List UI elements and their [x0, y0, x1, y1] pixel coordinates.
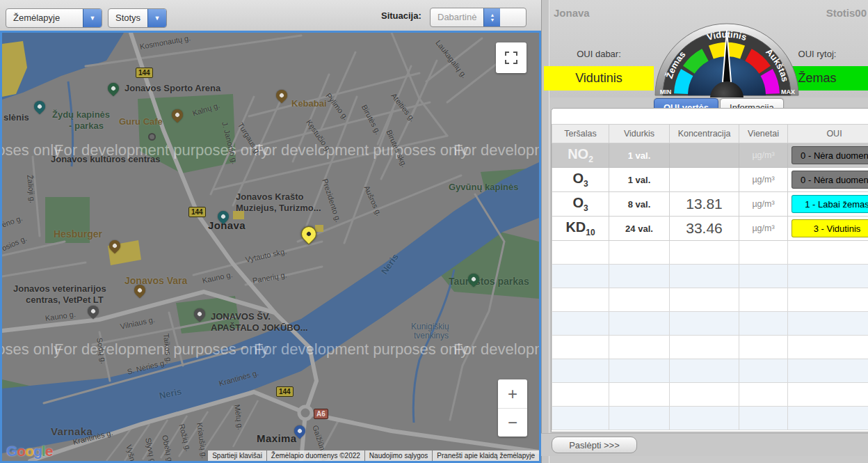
stations-select[interactable]: Stotys ▼: [108, 8, 167, 28]
map-zoom-control: + −: [498, 379, 527, 437]
zoom-out-button[interactable]: −: [498, 408, 527, 437]
oui-gauge: Žemas Vidutinis Aukštas MIN MAX: [654, 19, 800, 97]
empty-row: [552, 336, 868, 359]
poi-pin-restaurant[interactable]: [132, 283, 148, 299]
oui-now-value: Vidutinis: [544, 66, 654, 91]
cell-concentration: [670, 143, 739, 168]
table-header-row: Teršalas Vidurkis Koncentracija Vienetai…: [552, 125, 868, 143]
map-type-value: Žemėlapyje: [6, 9, 67, 27]
stations-value: Stotys: [108, 9, 147, 27]
map-attribution: Spartieji klavišai Žemėlapio duomenys ©2…: [208, 450, 539, 461]
gauge-svg: Žemas Vidutinis Aukštas MIN MAX: [654, 19, 800, 97]
oui-table: Teršalas Vidurkis Koncentracija Vienetai…: [552, 124, 868, 430]
oui-now-label: OUI dabar:: [547, 49, 651, 59]
spinner-icon[interactable]: ▲▼: [483, 8, 500, 26]
poi-pin-museum[interactable]: [216, 209, 232, 225]
chevron-down-icon[interactable]: ▼: [147, 9, 166, 27]
zoom-in-button[interactable]: +: [498, 379, 527, 408]
col-average: Vidurkis: [609, 125, 670, 143]
cell-oui: 1 - Labai žemas: [788, 192, 868, 217]
cell-units: µg/m³: [739, 217, 788, 241]
table-row: NO2 1 val. µg/m³ 0 - Nėra duomenų: [552, 143, 868, 168]
map-view[interactable]: For development purposes only For develo…: [0, 31, 541, 463]
cell-pollutant: O3: [552, 168, 609, 192]
cell-units: µg/m³: [739, 143, 788, 168]
empty-row: [552, 288, 868, 312]
cell-average: 24 val.: [609, 217, 670, 241]
cell-oui: 0 - Nėra duomenų: [788, 143, 868, 168]
col-units: Vienetai: [739, 125, 788, 143]
station-panel: Jonava Stotis00 OUI dabar: OUI rytoj: Vi…: [549, 0, 868, 463]
cell-oui: 3 - Vidutinis: [788, 217, 868, 241]
station-id: Stotis00: [826, 7, 867, 19]
cell-pollutant: O3: [552, 192, 609, 217]
google-logo[interactable]: Google: [6, 443, 52, 460]
situation-select[interactable]: Dabartinė ▲▼: [430, 8, 527, 27]
fullscreen-icon: [505, 52, 517, 64]
gauge-min-label: MIN: [660, 88, 672, 95]
map-pins: [2, 33, 539, 461]
table-row: KD10 24 val. 33.46 µg/m³ 3 - Vidutinis: [552, 217, 868, 241]
keyboard-shortcuts-link[interactable]: Spartieji klavišai: [208, 450, 266, 461]
col-pollutant: Teršalas: [552, 125, 609, 143]
empty-row: [552, 312, 868, 336]
cell-units: µg/m³: [739, 192, 788, 217]
map-column: Žemėlapyje ▼ Stotys ▼ Situacija: Dabarti…: [0, 0, 541, 463]
col-concentration: Koncentracija: [670, 125, 739, 143]
oui-badge: 0 - Nėra duomenų: [791, 171, 868, 189]
panel-footer: Paslėpti >>>: [541, 433, 868, 456]
poi-pin-park[interactable]: [106, 81, 122, 97]
cell-concentration: [670, 168, 739, 192]
situation-label: Situacija:: [381, 10, 421, 21]
cell-average: 8 val.: [609, 192, 670, 217]
empty-row: [552, 383, 868, 407]
oui-table-panel: Teršalas Vidurkis Koncentracija Vienetai…: [551, 108, 868, 432]
situation-value: Dabartinė: [431, 8, 483, 26]
poi-pin-restaurant[interactable]: [107, 238, 123, 254]
table-row: O3 8 val. 13.81 µg/m³ 1 - Labai žemas: [552, 192, 868, 217]
cell-concentration: 33.46: [670, 217, 739, 241]
gauge-arc-veryhigh: [766, 72, 773, 94]
poi-pin-cafe[interactable]: [170, 107, 186, 123]
empty-row: [552, 241, 868, 265]
fullscreen-button[interactable]: [496, 42, 527, 73]
cell-pollutant: KD10: [552, 217, 609, 241]
empty-row: [552, 359, 868, 383]
map-type-select[interactable]: Žemėlapyje ▼: [6, 8, 102, 28]
cell-pollutant: NO2: [552, 143, 609, 168]
cell-units: µg/m³: [739, 168, 788, 192]
empty-row: [552, 265, 868, 288]
poi-pin-restaurant[interactable]: [274, 88, 290, 104]
col-oui: OUI: [788, 125, 868, 143]
poi-pin-generic[interactable]: [86, 304, 102, 320]
cell-concentration: 13.81: [670, 192, 739, 217]
oui-badge: 1 - Labai žemas: [791, 195, 868, 213]
chevron-down-icon[interactable]: ▼: [83, 9, 102, 27]
cell-average: 1 val.: [609, 168, 670, 192]
poi-pin-park[interactable]: [466, 272, 482, 288]
poi-pin-museum[interactable]: [32, 99, 48, 115]
gauge-arc-verylow: [681, 72, 687, 94]
cell-average: 1 val.: [609, 143, 670, 168]
cell-oui: 0 - Nėra duomenų: [788, 168, 868, 192]
map-toolbar: Žemėlapyje ▼ Stotys ▼ Situacija: Dabarti…: [0, 0, 541, 31]
hide-panel-button[interactable]: Paslėpti >>>: [552, 437, 637, 453]
panel-header: Jonava Stotis00 OUI dabar: OUI rytoj: Vi…: [549, 0, 868, 97]
report-error-link[interactable]: Pranešti apie klaidą žemėlapyje: [433, 450, 539, 461]
table-row: O3 1 val. µg/m³ 0 - Nėra duomenų: [552, 168, 868, 192]
oui-badge: 0 - Nėra duomenų: [791, 146, 868, 164]
station-name: Jonava: [554, 7, 590, 19]
map-data-copyright: Žemėlapio duomenys ©2022: [267, 450, 364, 461]
empty-row: [552, 407, 868, 430]
poi-pin-dot[interactable]: [148, 133, 156, 141]
oui-badge: 3 - Vidutinis: [791, 219, 868, 237]
terms-link[interactable]: Naudojimo sąlygos: [365, 450, 433, 461]
station-marker[interactable]: [298, 223, 319, 244]
poi-pin-church[interactable]: [192, 306, 208, 322]
gauge-max-label: MAX: [781, 88, 795, 95]
poi-pin-store[interactable]: [292, 423, 308, 439]
